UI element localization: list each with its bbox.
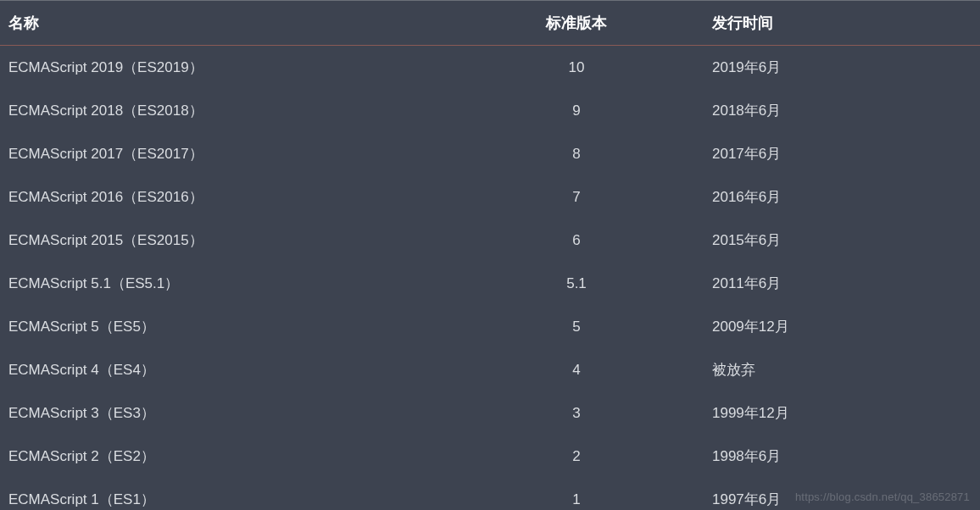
table-row: ECMAScript 2018（ES2018） 9 2018年6月 [0,89,980,132]
cell-name: ECMAScript 2018（ES2018） [0,89,449,132]
cell-version: 5.1 [449,262,704,305]
cell-name: ECMAScript 2019（ES2019） [0,46,449,90]
cell-date: 2018年6月 [704,89,980,132]
cell-date: 被放弃 [704,348,980,391]
cell-date: 2019年6月 [704,46,980,90]
cell-name: ECMAScript 5（ES5） [0,305,449,348]
cell-name: ECMAScript 3（ES3） [0,391,449,435]
table-row: ECMAScript 5（ES5） 5 2009年12月 [0,305,980,348]
cell-version: 9 [449,89,704,132]
cell-version: 1 [449,478,704,510]
ecmascript-versions-table: 名称 标准版本 发行时间 ECMAScript 2019（ES2019） 10 … [0,0,980,510]
cell-name: ECMAScript 2016（ES2016） [0,175,449,219]
cell-version: 3 [449,391,704,435]
table-row: ECMAScript 2017（ES2017） 8 2017年6月 [0,132,980,175]
header-version: 标准版本 [449,1,704,46]
table-row: ECMAScript 3（ES3） 3 1999年12月 [0,391,980,435]
cell-name: ECMAScript 2017（ES2017） [0,132,449,175]
cell-version: 8 [449,132,704,175]
cell-name: ECMAScript 4（ES4） [0,348,449,391]
cell-version: 7 [449,175,704,219]
table-row: ECMAScript 5.1（ES5.1） 5.1 2011年6月 [0,262,980,305]
cell-date: 1999年12月 [704,391,980,435]
cell-version: 4 [449,348,704,391]
cell-date: 2017年6月 [704,132,980,175]
cell-name: ECMAScript 5.1（ES5.1） [0,262,449,305]
table-row: ECMAScript 4（ES4） 4 被放弃 [0,348,980,391]
table-row: ECMAScript 2（ES2） 2 1998年6月 [0,435,980,478]
cell-date: 2016年6月 [704,175,980,219]
cell-date: 2009年12月 [704,305,980,348]
table-row: ECMAScript 1（ES1） 1 1997年6月 [0,478,980,510]
table-row: ECMAScript 2016（ES2016） 7 2016年6月 [0,175,980,219]
cell-version: 6 [449,219,704,262]
cell-version: 2 [449,435,704,478]
header-date: 发行时间 [704,1,980,46]
cell-date: 1998年6月 [704,435,980,478]
table-row: ECMAScript 2019（ES2019） 10 2019年6月 [0,46,980,90]
cell-name: ECMAScript 2015（ES2015） [0,219,449,262]
cell-date: 2011年6月 [704,262,980,305]
cell-name: ECMAScript 1（ES1） [0,478,449,510]
cell-date: 2015年6月 [704,219,980,262]
table-row: ECMAScript 2015（ES2015） 6 2015年6月 [0,219,980,262]
cell-version: 10 [449,46,704,90]
table-body: ECMAScript 2019（ES2019） 10 2019年6月 ECMAS… [0,46,980,511]
table-header-row: 名称 标准版本 发行时间 [0,1,980,46]
cell-name: ECMAScript 2（ES2） [0,435,449,478]
cell-version: 5 [449,305,704,348]
header-name: 名称 [0,1,449,46]
cell-date: 1997年6月 [704,478,980,510]
